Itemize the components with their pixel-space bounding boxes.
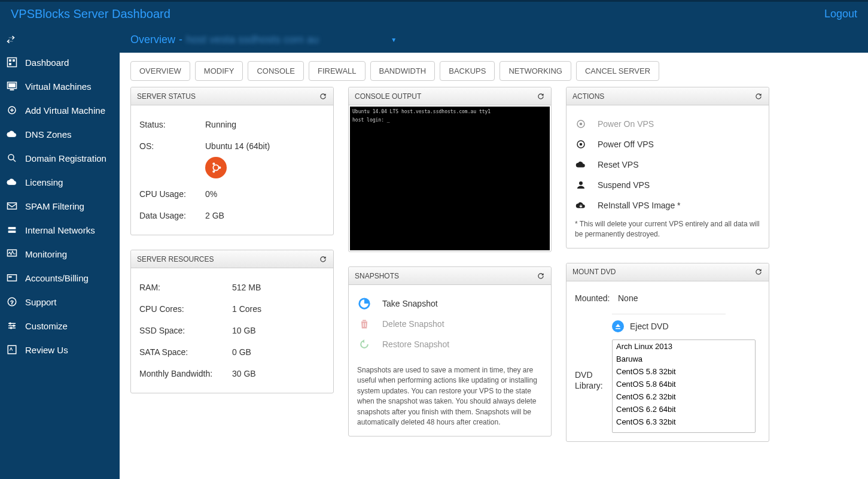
panel-server-resources: SERVER RESOURCES RAM:512 MB CPU Cores:1 … [130, 250, 334, 393]
sidebar-item-monitoring[interactable]: Monitoring [0, 242, 120, 266]
os-label: OS: [139, 141, 205, 151]
tab-firewall[interactable]: FIREWALL [309, 61, 366, 81]
refresh-icon[interactable] [319, 255, 327, 263]
refresh-icon[interactable] [754, 92, 763, 101]
sidebar-item-label: Domain Registration [25, 153, 106, 163]
suspend-action[interactable]: Suspend VPS [575, 175, 760, 195]
crumb-overview[interactable]: Overview [130, 34, 175, 46]
reset-action[interactable]: Reset VPS [575, 154, 760, 175]
action-label: Eject DVD [630, 322, 669, 331]
sidebar-item-label: Support [25, 297, 57, 307]
tab-cancel-server[interactable]: CANCEL SERVER [576, 61, 659, 81]
dvd-option[interactable]: CentOS 5.8 32bit [613, 365, 755, 378]
sidebar-item-label: DNS Zones [25, 129, 72, 140]
take-snapshot-action[interactable]: Take Snapshot [357, 293, 543, 314]
delete-snapshot-action: Delete Snapshot [357, 314, 543, 334]
review-icon [6, 344, 18, 356]
logout-link[interactable]: Logout [824, 8, 857, 20]
crumb-hostname: host vesta ssdhosts com au [186, 34, 319, 46]
sliders-icon [6, 320, 18, 332]
swap-icon[interactable] [0, 29, 120, 50]
console-line: Ubuntu 14.04 LTS host.vesta.ssdhosts.com… [352, 109, 547, 115]
dvd-option[interactable]: CentOS 6.3 32bit [613, 416, 755, 428]
sidebar: Dashboard Virtual Machines Add Virtual M… [0, 26, 120, 479]
dvd-option[interactable]: CentOS 6.2 64bit [613, 403, 755, 416]
main: Overview - host vesta ssdhosts com au ▼ … [120, 26, 868, 479]
panel-snapshots: SNAPSHOTS Take Snapshot Delete Snapshot … [348, 266, 552, 436]
action-label: ReInstall VPS Image * [598, 201, 681, 210]
sidebar-item-dashboard[interactable]: Dashboard [0, 50, 120, 74]
console-viewport[interactable]: Ubuntu 14.04 LTS host.vesta.ssdhosts.com… [350, 107, 550, 250]
sidebar-item-spam[interactable]: SPAM Filtering [0, 194, 120, 218]
sata-value: 0 GB [232, 347, 251, 357]
hostname-dropdown-icon[interactable]: ▼ [391, 37, 397, 43]
sidebar-item-customize[interactable]: Customize [0, 314, 120, 338]
topbar: VPSBlocks Server Dashboard Logout [0, 0, 868, 26]
refresh-icon[interactable] [754, 268, 763, 276]
dashboard-icon [6, 56, 18, 68]
action-label: Reset VPS [598, 160, 638, 169]
reinstall-action[interactable]: ReInstall VPS Image * [575, 195, 760, 216]
actions-note: * This will delete your current VPS enti… [575, 219, 760, 240]
dvd-option[interactable]: CentOS 6.2 32bit [613, 390, 755, 403]
tab-console[interactable]: CONSOLE [248, 61, 304, 81]
sidebar-item-vms[interactable]: Virtual Machines [0, 74, 120, 98]
sidebar-item-billing[interactable]: Accounts/Billing [0, 266, 120, 290]
dvd-option[interactable]: Arch Linux 2013 [613, 340, 755, 353]
cores-label: CPU Cores: [139, 304, 232, 314]
data-usage-value: 2 GB [205, 211, 224, 220]
eject-icon [612, 320, 624, 332]
tab-networking[interactable]: NETWORKING [500, 61, 571, 81]
cloud-up-icon [6, 176, 18, 188]
sidebar-item-label: Virtual Machines [25, 81, 92, 92]
svg-rect-12 [9, 277, 12, 278]
ssd-label: SSD Space: [139, 326, 232, 335]
tab-overview[interactable]: OVERVIEW [130, 61, 190, 81]
cpu-usage-label: CPU Usage: [139, 189, 205, 199]
panel-console-output: CONSOLE OUTPUT Ubuntu 14.04 LTS host.ves… [348, 87, 552, 252]
restore-snapshot-action: Restore Snapshot [357, 334, 543, 354]
sidebar-item-label: Customize [25, 321, 68, 331]
dvd-option[interactable]: CentOS 5.8 64bit [613, 378, 755, 390]
sidebar-item-label: SPAM Filtering [25, 201, 84, 211]
sidebar-item-support[interactable]: ?Support [0, 290, 120, 314]
sidebar-item-label: Add Virtual Machine [25, 105, 105, 116]
svg-rect-1 [10, 60, 11, 62]
status-label: Status: [139, 120, 205, 129]
power-off-icon [575, 139, 587, 150]
refresh-icon[interactable] [319, 92, 327, 101]
power-off-action[interactable]: Power Off VPS [575, 134, 760, 154]
sidebar-item-label: Licensing [25, 177, 63, 187]
action-label: Restore Snapshot [382, 339, 449, 349]
sidebar-item-dns[interactable]: DNS Zones [0, 122, 120, 146]
status-value: Running [205, 120, 236, 129]
svg-point-21 [212, 163, 215, 165]
tab-backups[interactable]: BACKUPS [440, 61, 495, 81]
reset-icon [575, 159, 587, 170]
sidebar-item-review[interactable]: Review Us [0, 338, 120, 362]
panel-actions: ACTIONS Power On VPS Power Off VPS Reset… [566, 87, 769, 248]
sidebar-item-licensing[interactable]: Licensing [0, 170, 120, 194]
panel-title: MOUNT DVD [572, 268, 616, 276]
refresh-icon[interactable] [537, 92, 545, 101]
trash-icon [357, 318, 371, 330]
svg-point-27 [580, 143, 583, 146]
snapshot-icon [357, 297, 371, 310]
console-line: host login: _ [352, 117, 547, 123]
tab-bandwidth[interactable]: BANDWIDTH [370, 61, 435, 81]
suspend-icon [575, 180, 587, 190]
sata-label: SATA Space: [139, 347, 232, 357]
cloud-icon [6, 128, 18, 140]
dvd-option[interactable]: Baruwa [613, 353, 755, 365]
svg-point-25 [580, 123, 583, 126]
eject-dvd-action[interactable]: Eject DVD [612, 314, 726, 332]
tab-modify[interactable]: MODIFY [195, 61, 243, 81]
power-on-icon [575, 119, 587, 129]
data-usage-label: Data Usage: [139, 211, 205, 220]
refresh-icon[interactable] [537, 272, 545, 280]
svg-point-8 [8, 154, 14, 160]
dvd-library-select[interactable]: Arch Linux 2013 Baruwa CentOS 5.8 32bit … [612, 339, 756, 433]
sidebar-item-add-vm[interactable]: Add Virtual Machine [0, 98, 120, 122]
sidebar-item-domain[interactable]: Domain Registration [0, 146, 120, 170]
sidebar-item-networks[interactable]: Internal Networks [0, 218, 120, 242]
